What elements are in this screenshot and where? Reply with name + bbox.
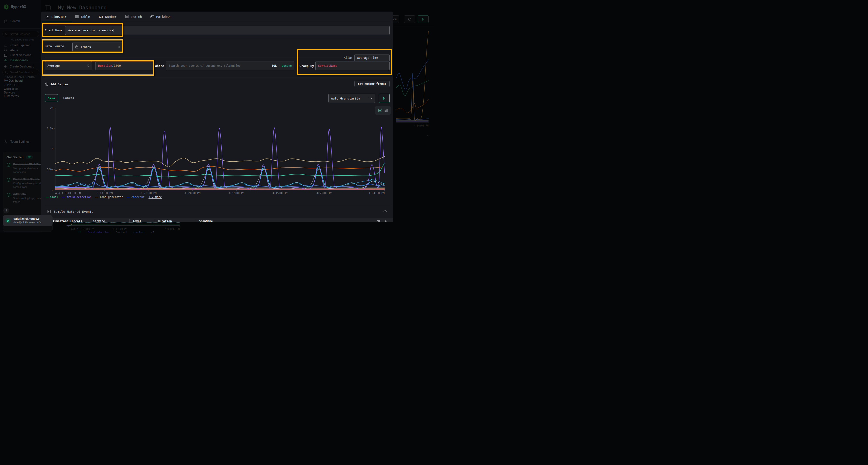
group-by-label: Group By [300,64,314,68]
select-updown-icon [118,45,120,48]
svg-text:3:53:00 PM: 3:53:00 PM [316,192,332,195]
column-header[interactable]: SpanName [199,220,213,222]
series-fraud-detection [55,127,384,189]
where-search-input[interactable]: Search your events w/ Lucene ex. column:… [166,61,294,70]
table-filter-icon[interactable] [377,220,380,222]
tab-number[interactable]: 123 Number [99,15,117,19]
table-download-icon[interactable] [384,220,387,222]
legend-more-link[interactable]: +12 more [149,195,162,199]
chevron-down-icon [370,98,373,99]
where-label: Where [155,64,164,68]
play-icon [383,97,385,100]
column-separator [90,219,90,222]
divider [45,205,390,205]
expression-token: / [112,64,114,67]
user-email: dale@clickhouse.c [13,217,53,221]
where-placeholder: Search your events w/ Lucene ex. column:… [169,64,241,67]
lang-sql-toggle[interactable]: SQL [272,64,277,67]
alias-label: Alias [344,56,352,60]
save-button[interactable]: Save [45,94,58,102]
svg-text:3:37:00 PM: 3:37:00 PM [228,192,245,195]
legend-item[interactable]: load-generator [95,195,123,199]
tab-markdown[interactable]: Markdown [151,15,172,19]
svg-text:1.5M: 1.5M [47,127,54,130]
text-caret [114,29,114,32]
lang-separator: | [278,64,280,67]
expression-token: 1000 [114,64,121,67]
svg-text:0: 0 [52,189,53,192]
traces-source-icon [75,45,79,49]
display-toggle [375,106,391,115]
svg-text:1M: 1M [50,147,54,151]
aggregation-select[interactable]: Average [45,61,92,70]
svg-text:3:13:00 PM: 3:13:00 PM [97,192,113,195]
series-flat-violet [55,188,384,188]
line-view-icon[interactable] [378,109,382,112]
column-separator [196,219,196,222]
svg-text:3:21:00 PM: 3:21:00 PM [141,192,157,195]
avatar: D [5,218,10,223]
table-icon [75,15,79,18]
chart-name-label: Chart Name [45,29,62,32]
app-root: HyperDX Search Saved Searches No saved s… [0,0,434,232]
number-123-icon: 123 [99,15,103,18]
column-header[interactable]: Timestamp (Local) [53,220,82,222]
data-source-label: Data Source [45,44,64,48]
chart-legend: emailfraud-detectionload-generatorchecko… [45,195,162,199]
svg-text:2M: 2M [50,106,54,110]
events-table-header: Timestamp (Local)serviceleveldurationSpa… [41,218,393,222]
user-team: dale@clickhouse.com's [13,221,53,224]
field-expression-input[interactable]: Duration/1000 [95,61,154,70]
column-separator [155,219,155,222]
svg-text:500K: 500K [47,168,54,171]
chart-name-input[interactable]: Average duration by service [65,26,390,35]
cancel-button[interactable]: Cancel [63,96,74,100]
collapse-chevron-up-icon[interactable] [383,210,387,212]
tab-active-underline [42,22,72,22]
sample-events-header[interactable]: Sample Matched Events [47,208,93,215]
granularity-select[interactable]: Auto Granularity [329,94,375,103]
group-by-input[interactable]: ServiceName [315,61,390,70]
lang-lucene-toggle[interactable]: Lucene [282,64,292,67]
line-chart-icon [46,15,50,18]
svg-text:3:45:00 PM: 3:45:00 PM [272,192,288,195]
user-chip[interactable]: D dale@clickhouse.c dale@clickhouse.com'… [3,215,53,226]
tab-line-bar[interactable]: Line/Bar [46,15,66,19]
column-header[interactable]: duration [158,220,172,222]
series-email [55,163,384,177]
event-list-icon [47,210,51,213]
sample-events-title: Sample Matched Events [54,210,93,213]
legend-item[interactable]: email [45,195,58,199]
bar-view-icon[interactable] [384,109,388,112]
tab-track [42,22,390,22]
plus-circle-icon [45,82,49,86]
tab-table[interactable]: Table [75,15,90,19]
svg-text:Aug 4 3:04:00 PM: Aug 4 3:04:00 PM [55,192,81,195]
preview-chart: 0500K1M1.5M2MAug 4 3:04:00 PM3:13:00 PM3… [44,106,390,196]
list-icon [125,15,128,18]
chart-type-tabs: Line/Bar Table 123 Number Search Markdow… [46,11,172,22]
legend-item[interactable]: fraud-detection [62,195,92,199]
column-header[interactable]: service [93,220,105,222]
series-cyan-service-b [55,168,384,188]
add-series-button[interactable]: Add Series [45,82,68,86]
column-header[interactable]: level [133,220,141,222]
divider [45,58,342,58]
series-orange-service [55,166,384,171]
tab-search[interactable]: Search [125,15,142,19]
series-load-generator [55,157,384,167]
svg-text:3:29:00 PM: 3:29:00 PM [184,192,200,195]
divider [45,39,390,39]
run-chart-button[interactable] [379,94,390,103]
markdown-icon [151,15,154,18]
column-separator [129,219,130,222]
expression-token: Duration [98,64,112,67]
set-number-format-button[interactable]: Set number format [354,81,390,87]
select-updown-icon [87,64,89,67]
data-source-select[interactable]: Traces [72,42,123,52]
series-flat-blue [55,187,384,188]
legend-item[interactable]: checkout [127,195,145,199]
divider [45,77,390,78]
svg-text:4:04:00 PM: 4:04:00 PM [369,192,385,195]
alias-input[interactable]: Average Time [354,54,390,61]
